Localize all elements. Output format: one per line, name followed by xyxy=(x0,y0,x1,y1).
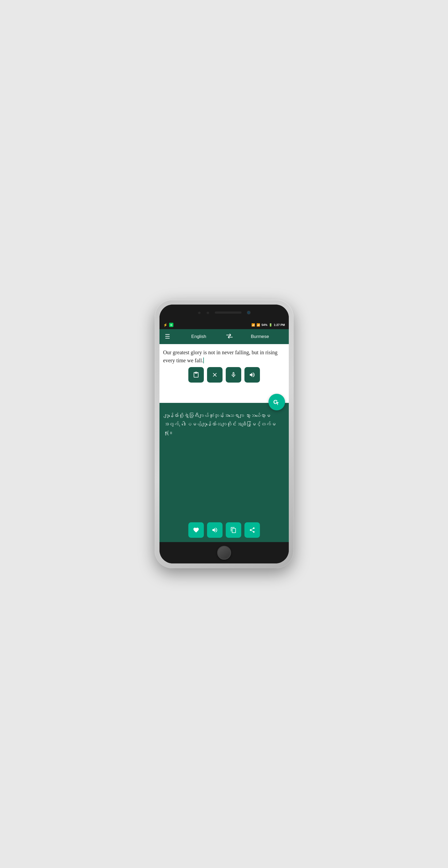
wifi-icon: 📶 xyxy=(251,323,255,327)
microphone-button[interactable] xyxy=(226,367,241,382)
text-cursor xyxy=(203,358,204,363)
front-camera xyxy=(247,311,251,314)
app-header: ☰ English Burmese xyxy=(159,329,289,344)
speaker-input-button[interactable] xyxy=(245,367,260,382)
input-text-display[interactable]: Our greatest glory is not in never falli… xyxy=(163,348,285,364)
translate-fab-button[interactable]: G T xyxy=(268,394,285,410)
top-bezel xyxy=(159,305,289,320)
camera-right xyxy=(206,311,210,314)
status-left: ⚡ ◎ xyxy=(163,323,173,327)
camera-left xyxy=(198,311,201,314)
speaker-grille xyxy=(215,311,242,314)
output-action-buttons xyxy=(164,518,285,538)
share-output-button[interactable] xyxy=(245,522,260,538)
paste-button[interactable] xyxy=(188,367,204,382)
output-area: ကျွန်တော်တို့ရဲ့အကြီးကျယ်ဆုံးဘုန်းအသရေကျ… xyxy=(159,403,289,542)
target-language-label[interactable]: Burmese xyxy=(235,334,285,339)
speaker-output-button[interactable] xyxy=(207,522,223,538)
copy-output-button[interactable] xyxy=(226,522,241,538)
time-display: 1:27 PM xyxy=(274,323,285,327)
phone-frame: ⚡ ◎ 📶 📶 54% 🔋 1:27 PM ☰ xyxy=(155,300,294,568)
phone-body: ⚡ ◎ 📶 📶 54% 🔋 1:27 PM ☰ xyxy=(159,305,289,563)
status-bar: ⚡ ◎ 📶 📶 54% 🔋 1:27 PM xyxy=(159,320,289,329)
clear-button[interactable] xyxy=(207,367,223,382)
battery-icon: 🔋 xyxy=(269,323,273,327)
input-action-buttons xyxy=(163,364,285,384)
android-icon: ◎ xyxy=(169,323,173,327)
usb-icon: ⚡ xyxy=(163,323,167,327)
bottom-bezel xyxy=(159,542,289,563)
home-button[interactable] xyxy=(217,546,231,560)
language-selector: English Burmese xyxy=(174,332,285,341)
swap-languages-button[interactable] xyxy=(223,332,235,341)
screen: ⚡ ◎ 📶 📶 54% 🔋 1:27 PM ☰ xyxy=(159,320,289,542)
source-language-label[interactable]: English xyxy=(174,334,223,339)
input-area: Our greatest glory is not in never falli… xyxy=(159,344,289,403)
favorite-button[interactable] xyxy=(188,522,204,538)
hamburger-menu-button[interactable]: ☰ xyxy=(164,332,174,341)
battery-percent: 54% xyxy=(261,323,267,327)
svg-text:T: T xyxy=(277,402,279,406)
output-text-display: ကျွန်တော်တို့ရဲ့အကြီးကျယ်ဆုံးဘုန်းအသရေကျ… xyxy=(164,411,285,518)
status-right: 📶 📶 54% 🔋 1:27 PM xyxy=(251,323,285,327)
signal-icon: 📶 xyxy=(256,323,260,327)
